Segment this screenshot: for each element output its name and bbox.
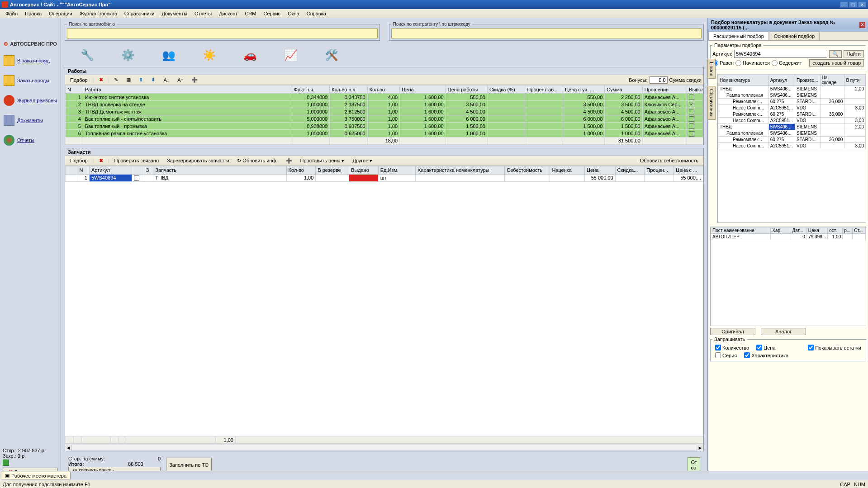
nav-remzone[interactable]: Журнал ремзоны <box>0 90 61 110</box>
rp-cont-radio[interactable]: Содержит <box>772 60 802 66</box>
works-delete-icon[interactable]: ✖ <box>96 76 106 84</box>
works-row[interactable]: 1Инжектор снятие установка0,3440000,3437… <box>66 94 703 101</box>
close-button[interactable]: × <box>858 1 866 8</box>
parts-prices-button[interactable]: Проставить цены ▾ <box>297 157 348 165</box>
rp-row[interactable]: ТНВД5WS406...SIEMENS2,00 <box>718 124 866 130</box>
menu-crm[interactable]: CRM <box>241 10 260 17</box>
rp-art-label: Артикул: <box>712 51 732 57</box>
works-row[interactable]: 3ТНВД Демонтаж монтаж1,0000002,8125001,0… <box>66 108 703 115</box>
fill-to-button[interactable]: Заполнить по ТО <box>166 458 212 472</box>
tool-sun-icon[interactable]: ☀️ <box>200 47 218 63</box>
works-row[interactable]: 6Топливная рампа снятие установка1,00000… <box>66 130 703 137</box>
works-row[interactable]: 2ТНВД проверка на стенде1,0000002,187500… <box>66 101 703 108</box>
rp-title: Подбор номенклатуры в документ Заказ-нар… <box>711 19 859 30</box>
menu-dict[interactable]: Справочники <box>121 10 158 17</box>
nav-to-order[interactable]: В заказ-наряд <box>0 51 61 71</box>
rp-search-icon[interactable]: 🔍 <box>829 50 842 58</box>
rp-sidetab-dict[interactable]: Справочник <box>707 86 716 120</box>
minimize-button[interactable]: _ <box>840 1 848 8</box>
parts-update-button[interactable]: ↻ Обновить инф. <box>234 157 280 165</box>
menu-calls[interactable]: Журнал звонков <box>76 10 121 17</box>
rp-lower-grid[interactable]: Пост наименованиеХар.Дат...Ценаост.р...С… <box>710 227 866 326</box>
parts-row[interactable]: 15WS40694ТНВД1,00шт55 000,0055 000,... <box>66 174 703 181</box>
search-contr-input[interactable] <box>391 28 702 38</box>
tool-wrench-icon[interactable]: 🔧 <box>78 47 96 63</box>
rp-analog-button[interactable]: Аналог <box>761 328 806 335</box>
rp-original-button[interactable]: Оригинал <box>710 328 755 335</box>
nav-documents[interactable]: Документы <box>0 110 61 130</box>
parts-reserve-button[interactable]: Зарезервировать запчасти <box>164 157 232 164</box>
rp-row[interactable]: Ремкомплек...60.275STARDI...36,000 <box>718 111 866 118</box>
parts-title: Запчасти <box>65 148 703 156</box>
menu-windows[interactable]: Окна <box>284 10 303 17</box>
parts-cost-button[interactable]: Обновить себестоимость <box>637 157 702 164</box>
parts-add-icon[interactable]: ➕ <box>283 157 295 165</box>
rp-row[interactable]: Насос Comm...A2C5951...VDO3,00 <box>718 105 866 111</box>
rp-row[interactable]: Рампа топливная5WS406...SIEMENS <box>718 130 866 137</box>
total-label: Итого: <box>68 461 84 467</box>
parts-other-button[interactable]: Другое ▾ <box>349 157 375 165</box>
search-car-input[interactable] <box>67 28 378 38</box>
rp-starts-radio[interactable]: Начинается <box>735 60 770 66</box>
works-down-icon[interactable]: ⬇ <box>148 76 158 84</box>
rp-low-row[interactable]: АВТОПИТЕР079 398...1,00 <box>711 234 866 240</box>
rp-sidetab-search[interactable]: Поиск <box>707 59 716 79</box>
parts-pick-button[interactable]: Подбор <box>67 157 91 164</box>
rp-find-button[interactable]: Найти <box>844 50 864 57</box>
menu-edit[interactable]: Правка <box>21 10 45 17</box>
rp-row[interactable]: Насос Comm...A2C5951...VDO3,00 <box>718 143 866 149</box>
tool-gear-icon[interactable]: ⚙️ <box>119 47 137 63</box>
rp-row[interactable]: ТНВД5WS406...SIEMENS2,00 <box>718 86 866 92</box>
parts-check-button[interactable]: Проверить связано <box>111 157 162 164</box>
menu-service[interactable]: Сервис <box>260 10 284 17</box>
nav-orders[interactable]: Заказ-наряды <box>0 71 61 90</box>
menu-help[interactable]: Справка <box>303 10 330 17</box>
works-edit-icon[interactable]: ✎ <box>111 76 121 84</box>
works-up-icon[interactable]: ⬆ <box>136 76 146 84</box>
works-row[interactable]: 4Бак топливный - снять/поставить5,000000… <box>66 115 703 123</box>
storn-value: 0 <box>106 456 161 461</box>
works-row[interactable]: 5Бак топливный - промывка0,9380000,93750… <box>66 123 703 130</box>
rp-eq-radio[interactable]: Равен <box>712 60 734 66</box>
rp-create-button[interactable]: создать новый товар <box>809 59 864 66</box>
tool-chart-icon[interactable]: 📈 <box>282 47 300 63</box>
parts-empty-area <box>65 182 703 436</box>
rp-row[interactable]: Ремкомплек...60.275STARDI...36,000 <box>718 99 866 105</box>
bonus-input[interactable] <box>650 76 668 84</box>
works-pick-button[interactable]: Подбор <box>67 76 91 84</box>
rp-ask-price[interactable]: Цена <box>756 345 775 351</box>
rp-close-icon[interactable]: × <box>859 22 865 28</box>
tool-car-icon[interactable]: 🚗 <box>241 47 259 63</box>
tool-people-icon[interactable]: 👥 <box>160 47 178 63</box>
green-box[interactable]: От со <box>688 457 700 473</box>
rp-grid[interactable]: НоменклатураАртикулПроизво...На складеВ … <box>717 74 866 223</box>
rp-ask-char[interactable]: Характеристика <box>744 352 788 358</box>
rp-row[interactable]: Ремкомплек...60.275STARDI...36,000 <box>718 137 866 143</box>
rp-ask-stock[interactable]: Показывать остатки <box>808 345 861 351</box>
parts-hscroll[interactable]: ◄► <box>65 444 703 451</box>
rp-tab-ext[interactable]: Расширенный подбор <box>708 32 769 40</box>
parts-delete-icon[interactable]: ✖ <box>96 157 106 165</box>
rp-ask-series[interactable]: Серия <box>715 352 737 358</box>
rp-row[interactable]: Рампа топливная5WS406...SIEMENS <box>718 92 866 99</box>
nav-reports[interactable]: Отчеты <box>0 130 61 150</box>
doctab-master[interactable]: ▣Рабочее место мастера <box>1 472 71 479</box>
works-sort-desc-icon[interactable]: A↑ <box>174 76 186 84</box>
rp-art-input[interactable] <box>734 50 827 58</box>
rp-tab-main[interactable]: Основной подбор <box>769 32 820 40</box>
parts-grid[interactable]: NАртикулЗЗапчастьКол-воВ резервеВыданоЕд… <box>65 166 703 182</box>
menu-operations[interactable]: Операции <box>45 10 76 17</box>
works-sort-asc-icon[interactable]: A↓ <box>160 76 172 84</box>
menu-file[interactable]: Файл <box>2 10 21 17</box>
maximize-button[interactable]: □ <box>849 1 857 8</box>
menu-reports[interactable]: Отчеты <box>191 10 215 17</box>
refresh-icon[interactable] <box>3 460 9 466</box>
works-copy-icon[interactable]: ▦ <box>123 76 134 84</box>
rp-row[interactable]: Насос Comm...A2C5951...VDO3,00 <box>718 118 866 124</box>
menu-discount[interactable]: Дисконт <box>215 10 241 17</box>
rp-ask-qty[interactable]: Количество <box>715 345 749 351</box>
tool-tools-icon[interactable]: 🛠️ <box>323 47 341 63</box>
works-grid[interactable]: NРаботаФакт н.ч.Кол-во н.ч.Кол-воЦенаЦен… <box>65 85 703 145</box>
menu-docs[interactable]: Документы <box>158 10 191 17</box>
works-add-icon[interactable]: ➕ <box>188 76 201 84</box>
